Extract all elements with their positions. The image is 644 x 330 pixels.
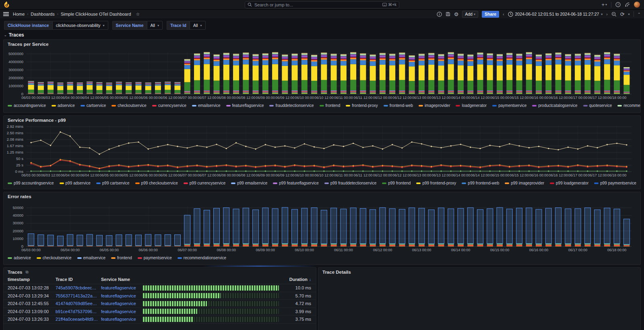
svg-text:06/05 12:00: 06/05 12:00	[119, 173, 138, 177]
legend-item[interactable]: p99 paymentservice	[594, 181, 636, 185]
legend-item[interactable]: p99 frontend-web	[462, 181, 499, 185]
legend-item[interactable]: frontend	[320, 103, 341, 108]
legend-item[interactable]: accountingservice	[8, 103, 46, 108]
legend-item[interactable]: paymentservice	[138, 256, 172, 260]
panel-title[interactable]: Traces ⧉	[4, 268, 316, 275]
zoom-out-icon[interactable]	[611, 12, 617, 17]
news-icon[interactable]	[625, 2, 630, 7]
menu-toggle-icon[interactable]	[3, 12, 9, 16]
breadcrumb-dashboards[interactable]: Dashboards	[31, 12, 54, 16]
panel-title[interactable]: Service Performance - p99	[4, 116, 640, 123]
panel-title[interactable]: Error rates	[4, 192, 640, 200]
legend-item[interactable]: p99 currencyservice	[184, 181, 225, 185]
legend-label: p99 frontend-web	[468, 181, 499, 185]
legend-item[interactable]: p99 cartservice	[96, 181, 130, 185]
legend-item[interactable]: recommendationservice	[178, 256, 226, 260]
save-icon[interactable]	[446, 12, 450, 16]
legend-item[interactable]: loadgenerator	[456, 103, 487, 108]
legend-item[interactable]: p99 frontend-proxy	[416, 181, 456, 185]
user-avatar[interactable]	[634, 2, 640, 8]
cell-trace-id-link[interactable]: 41474d0769d85ee2828...	[56, 301, 101, 306]
column-header-service-name[interactable]: Service Name	[101, 277, 143, 282]
table-row[interactable]: 2024-07-03 13:09:00b91ce47d753709695f1d.…	[4, 308, 316, 316]
refresh-interval-caret-icon[interactable]: ▾	[628, 12, 630, 16]
legend-label: p99 cartservice	[102, 181, 130, 185]
legend-item[interactable]: p99 adservice	[60, 181, 91, 185]
legend-item[interactable]: paymentservice	[492, 103, 526, 108]
column-header-duration[interactable]: Duration↓	[285, 277, 316, 282]
column-header-timestamp[interactable]: timestamp	[4, 277, 56, 282]
legend-item[interactable]: frontend-proxy	[346, 103, 378, 108]
legend-item[interactable]: emailservice	[192, 103, 221, 108]
cell-service-link[interactable]: featureflagservice	[101, 285, 143, 290]
legend-item[interactable]: p99 featureflagservice	[273, 181, 318, 185]
svg-text:40000: 40000	[13, 213, 23, 217]
legend-item[interactable]: p99 frauddetectionservice	[324, 181, 377, 185]
collapse-toolbar-icon[interactable]: ⌃	[638, 12, 641, 16]
variable-value-dropdown[interactable]: All▾	[147, 21, 163, 30]
help-icon[interactable]: ?	[615, 2, 621, 7]
legend-item[interactable]: checkoutservice	[37, 256, 72, 260]
legend-item[interactable]: frontend	[111, 256, 132, 260]
legend-item[interactable]: adservice	[52, 103, 75, 108]
settings-gear-icon[interactable]: ⚙	[454, 11, 459, 17]
panel-title[interactable]: Trace Details	[318, 268, 640, 275]
legend-item[interactable]: p99 emailservice	[231, 181, 267, 185]
legend-item[interactable]: cartservice	[80, 103, 106, 108]
share-button[interactable]: Share	[482, 11, 499, 18]
legend-item[interactable]: featureflagservice	[226, 103, 264, 108]
p99-line-chart[interactable]: 0 ms25 s50 s1.25 mins1.67 mins2.08 mins2…	[4, 123, 634, 179]
legend-item[interactable]: emailservice	[77, 256, 106, 260]
error-rates-chart[interactable]: 0100002000030000400005000006/03 00:0006/…	[4, 200, 634, 254]
cell-service-link[interactable]: featureflagservice	[101, 301, 143, 306]
section-row-traces[interactable]: ⌄ Traces	[4, 32, 24, 38]
cell-trace-id-link[interactable]: 745a59078cbdeec39b7...	[56, 285, 101, 290]
legend-item[interactable]: quoteservice	[583, 103, 612, 108]
panel-info-icon[interactable]	[437, 12, 442, 17]
legend-item[interactable]: currencyservice	[152, 103, 186, 108]
cell-service-link[interactable]: featureflagservice	[101, 317, 143, 322]
legend-swatch	[462, 182, 466, 184]
search-input[interactable]: Search or jump to... ⌘+k	[245, 1, 399, 8]
table-row[interactable]: 2024-07-03 13:26:3321ff4a0ceeaeb4fd90af0…	[4, 316, 316, 324]
table-row[interactable]: 2024-07-03 13:02:28745a59078cbdeec39b7..…	[4, 284, 316, 292]
legend-item[interactable]: adservice	[8, 256, 31, 260]
legend-swatch	[178, 257, 182, 259]
favorite-star-icon[interactable]: ☆	[136, 12, 140, 17]
cell-trace-id-link[interactable]: 21ff4a0ceeaeb4fd90af0...	[56, 317, 101, 322]
legend-item[interactable]: checkoutservice	[111, 103, 147, 108]
divider	[634, 11, 634, 17]
legend-item[interactable]: p99 checkoutservice	[135, 181, 178, 185]
table-row[interactable]: 2024-07-03 13:29:3475563771413a22a54618.…	[4, 292, 316, 300]
cell-service-link[interactable]: featureflagservice	[101, 309, 143, 314]
column-header-trace-id[interactable]: Trace ID	[56, 277, 101, 282]
cell-service-link[interactable]: featureflagservice	[101, 293, 143, 298]
legend-item[interactable]: recommendationservice	[617, 103, 640, 108]
legend-item[interactable]: frontend-web	[384, 103, 413, 108]
variable-service-name: Service Name All▾	[112, 21, 163, 30]
breadcrumb-home[interactable]: Home	[13, 12, 25, 16]
legend-item[interactable]: p99 accountingservice	[8, 181, 54, 185]
table-row[interactable]: 2024-07-03 12:45:5541474d0769d85ee2828..…	[4, 300, 316, 308]
panel-title[interactable]: Traces per Service	[4, 40, 640, 47]
variable-value-dropdown[interactable]: All▾	[190, 21, 206, 30]
grafana-logo-icon[interactable]	[3, 1, 10, 8]
legend-item[interactable]: imageprovider	[419, 103, 450, 108]
panel-links-icon[interactable]: ⧉	[25, 270, 28, 275]
cell-trace-id-link[interactable]: 75563771413a22a54618...	[56, 293, 101, 298]
legend-item[interactable]: p99 loadgenerator	[550, 181, 588, 185]
cell-trace-id-link[interactable]: b91ce47d753709695f1d...	[56, 309, 101, 314]
refresh-icon[interactable]: ⟳	[620, 11, 625, 17]
svg-text:06/16 12:00: 06/16 12:00	[549, 173, 568, 177]
time-forward-chevron-icon[interactable]: ›	[606, 12, 607, 16]
add-button[interactable]: Add▾	[462, 11, 478, 18]
traces-per-service-chart[interactable]: 01000000200000030000004000000500000006/0…	[4, 47, 634, 101]
legend-item[interactable]: productcatalogservice	[532, 103, 577, 108]
variable-value-dropdown[interactable]: clickhouse-observability▾	[52, 21, 108, 30]
legend-item[interactable]: p99 imageprovider	[505, 181, 544, 185]
new-dashboard-button[interactable]: +▾	[601, 2, 607, 8]
legend-item[interactable]: frauddetectionservice	[269, 103, 314, 108]
time-back-chevron-icon[interactable]: ‹	[503, 12, 504, 16]
time-range-picker[interactable]: 2024-06-02 12:01:51 to 2024-06-18 11:27:…	[508, 12, 603, 17]
legend-item[interactable]: p99 frontend	[382, 181, 411, 185]
